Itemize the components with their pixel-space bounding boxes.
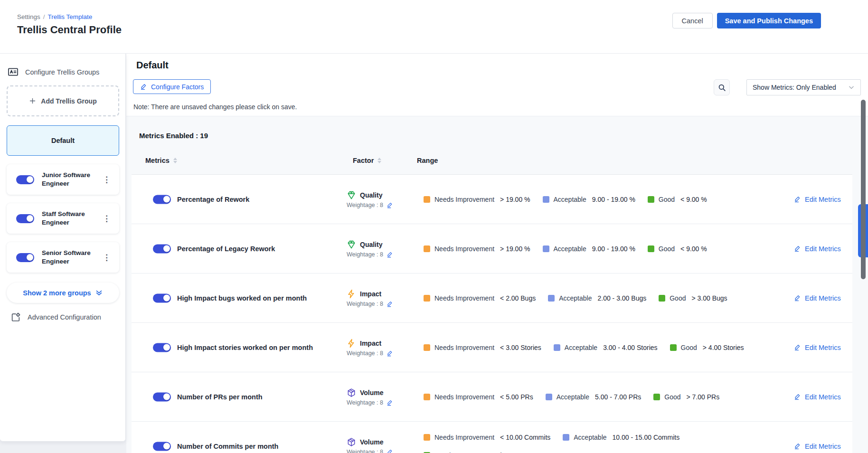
edit-metrics-button[interactable]: Edit Metrics [794,443,841,450]
show-more-groups-button[interactable]: Show 2 more groups [7,283,119,303]
range-chip: Acceptable3.00 - 4.00 Stories [554,344,658,351]
metric-name: High Impact stories worked on per month [177,343,336,352]
weightage-label: Weightage : 8 [347,202,383,208]
search-button[interactable] [714,79,730,95]
metrics-enabled-count: Metrics Enabled : 19 [132,124,852,146]
page-header: Settings / Trellis Template Trellis Cent… [0,0,868,54]
edit-weightage-pencil-icon[interactable] [387,251,393,258]
metric-toggle[interactable] [153,343,171,352]
cancel-button[interactable]: Cancel [672,13,713,28]
range-value: < 5.00 PRs [500,393,533,401]
show-metrics-dropdown[interactable]: Show Metrics: Only Enabled [746,79,861,95]
edit-metrics-button[interactable]: Edit Metrics [794,245,841,253]
edit-metrics-button[interactable]: Edit Metrics [794,344,841,351]
range-label: Good [659,196,675,203]
range-color-square [424,344,430,351]
metric-name: Number of PRs per month [177,392,336,401]
factor-cell: Impact Weightage : 8 [347,289,393,307]
edit-weightage-pencil-icon[interactable] [387,399,393,406]
edit-metrics-button[interactable]: Edit Metrics [794,393,841,401]
range-chip: Acceptable9.00 - 19.00 % [543,196,635,203]
metrics-table: Metrics Enabled : 19 Metrics Factor Rang… [132,124,852,453]
edit-weightage-pencil-icon[interactable] [387,301,393,307]
metric-toggle[interactable] [153,442,171,451]
metric-row: Percentage of Rework Quality Weightage :… [132,175,852,224]
advanced-configuration-label: Advanced Configuration [28,313,101,321]
unsaved-changes-note: Note: There are unsaved changes please c… [133,103,297,111]
group-toggle[interactable] [16,253,34,262]
weightage-label: Weightage : 8 [347,449,383,453]
metric-toggle[interactable] [153,195,171,204]
range-color-square [543,196,549,203]
kebab-menu-icon[interactable]: ⋮ [103,253,111,263]
range-label: Acceptable [554,196,586,203]
factor-name: Quality [360,241,382,248]
metric-name: Percentage of Legacy Rework [177,244,336,253]
badge-card-icon [8,66,19,77]
advanced-configuration-link[interactable]: Advanced Configuration [7,312,119,322]
weightage-label: Weightage : 8 [347,251,383,258]
breadcrumb-settings[interactable]: Settings [17,13,40,20]
edit-weightage-pencil-icon[interactable] [387,350,393,357]
range-label: Needs Improvement [434,294,494,302]
group-card-default[interactable]: Default [7,125,119,156]
sort-icon[interactable] [377,158,381,163]
range-label: Needs Improvement [434,245,494,253]
header-actions: Cancel Save and Publish Changes [672,13,821,28]
edit-weightage-pencil-icon[interactable] [387,202,393,208]
breadcrumb-trellis-template[interactable]: Trellis Template [48,13,93,20]
range-color-square [648,245,654,252]
column-header-metrics[interactable]: Metrics [145,157,177,164]
plus-icon [29,97,36,104]
kebab-menu-icon[interactable]: ⋮ [103,175,111,185]
metric-toggle[interactable] [153,392,171,401]
range-chip: Needs Improvement> 19.00 % [424,196,530,203]
sort-icon[interactable] [173,158,177,163]
group-toggle[interactable] [16,214,34,223]
range-value: < 10.00 Commits [500,434,550,441]
range-chip: Good> 3.00 Bugs [659,294,727,302]
configure-factors-button[interactable]: Configure Factors [133,79,211,94]
group-toggle[interactable] [16,175,34,184]
edit-weightage-pencil-icon[interactable] [387,449,393,453]
configure-groups-label: Configure Trellis Groups [25,68,99,76]
edit-metrics-button[interactable]: Edit Metrics [794,196,841,203]
table-rows: Percentage of Rework Quality Weightage :… [132,175,852,453]
edit-metrics-label: Edit Metrics [805,245,841,253]
range-label: Acceptable [574,434,606,441]
range-chip: Good< 9.00 % [648,196,707,203]
factor-name: Volume [360,389,384,396]
sidebar-group-card[interactable]: Senior Software Engineer ⋮ [7,242,119,273]
range-chip: Acceptable9.00 - 19.00 % [543,245,635,253]
sidebar: Configure Trellis Groups Add Trellis Gro… [0,54,126,442]
vertical-scrollbar-thumb[interactable] [861,100,866,279]
range-cell: Needs Improvement> 19.00 %Acceptable9.00… [424,245,756,253]
column-header-factor[interactable]: Factor [353,157,381,164]
weightage: Weightage : 8 [347,251,393,258]
range-value: < 3.00 Stories [500,344,541,351]
range-value: > 15.00 Commits [456,452,507,453]
range-color-square [648,196,654,203]
factor-name: Impact [360,340,381,347]
breadcrumb-separator: / [43,13,45,20]
metric-toggle[interactable] [153,293,171,302]
metric-name: High Impact bugs worked on per month [177,293,336,302]
range-chip: Needs Improvement< 3.00 Stories [424,344,541,351]
save-and-publish-button[interactable]: Save and Publish Changes [717,13,821,28]
add-trellis-group-button[interactable]: Add Trellis Group [7,85,119,116]
range-color-square [543,245,549,252]
search-icon [717,83,726,92]
kebab-menu-icon[interactable]: ⋮ [103,214,111,224]
range-chip: Needs Improvement> 19.00 % [424,245,530,253]
factor-cell: Impact Weightage : 8 [347,339,393,357]
edit-metrics-button[interactable]: Edit Metrics [794,294,841,302]
range-chip: Needs Improvement< 5.00 PRs [424,393,533,401]
metric-toggle[interactable] [153,244,171,253]
table-band: Metrics Enabled : 19 Metrics Factor Rang… [126,116,868,453]
range-color-square [659,295,665,302]
range-color-square [653,394,660,400]
group-name: Staff Software Engineer [42,210,98,226]
sidebar-group-card[interactable]: Junior Software Engineer ⋮ [7,164,119,195]
sidebar-group-card[interactable]: Staff Software Engineer ⋮ [7,203,119,234]
range-value: 2.00 - 3.00 Bugs [597,294,646,302]
